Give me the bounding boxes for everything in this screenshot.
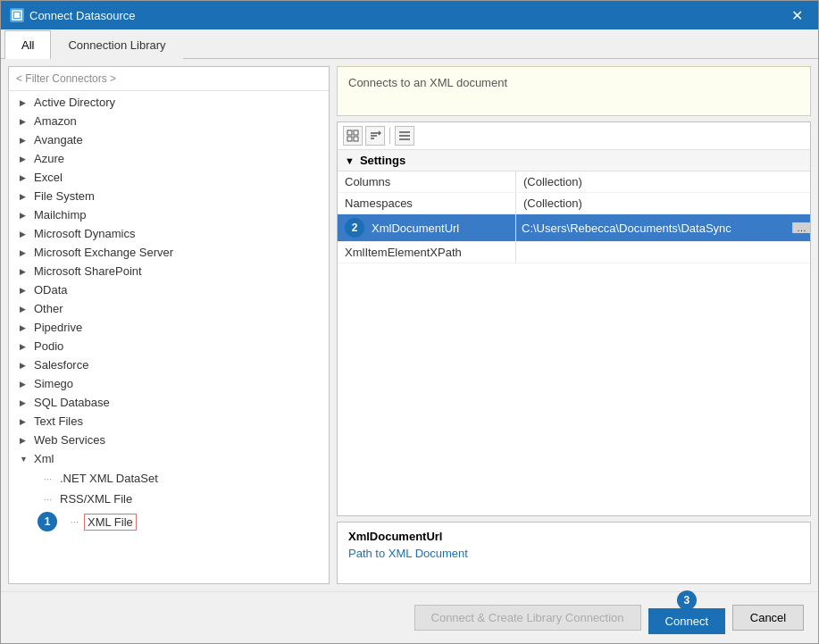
connector-label: Mailchimp [34,208,87,222]
expand-arrow: ▶ [20,305,29,314]
connector-item-sql-database[interactable]: ▶ SQL Database [9,393,329,412]
connector-label: OData [34,283,68,297]
tree-line: ··· [38,473,52,485]
dialog-icon [10,8,24,22]
sub-item-label: XML File [84,514,137,531]
step3-badge-wrapper: 3 Connect [648,601,725,634]
connector-label: Podio [34,339,63,353]
connector-label: Text Files [34,414,83,428]
connector-label: Simego [34,377,73,390]
connector-item-pipedrive[interactable]: ▶ Pipedrive [9,318,329,337]
property-info-box: XmlDocumentUrl Path to XML Document [337,522,811,584]
connect-datasource-dialog: Connect Datasource ✕ All Connection Libr… [0,0,819,644]
xml-url-text: C:\Users\Rebecca\Documents\DataSync [516,218,792,238]
settings-row-namespaces[interactable]: Namespaces (Collection) [338,193,810,214]
connector-label: Microsoft Exchange Server [34,246,173,259]
title-bar: Connect Datasource ✕ [1,1,818,29]
cancel-button[interactable]: Cancel [732,605,804,631]
tab-all[interactable]: All [4,30,51,59]
connector-item-azure[interactable]: ▶ Azure [9,149,329,168]
settings-table: ▼ Settings Columns (Collection) Namespac… [338,150,810,515]
browse-button[interactable]: … [792,222,810,233]
svg-rect-4 [347,137,352,141]
connector-item-microsoft-exchange-server[interactable]: ▶ Microsoft Exchange Server [9,243,329,262]
connect-button[interactable]: Connect [648,608,725,634]
expand-arrow: ▶ [20,155,29,163]
filter-connectors[interactable]: < Filter Connectors > [9,67,329,91]
expand-arrow: ▶ [20,267,29,276]
description-text: Connects to an XML document [348,76,507,89]
expand-arrow: ▶ [20,173,29,182]
connector-item-mailchimp[interactable]: ▶ Mailchimp [9,205,329,224]
settings-value-namespaces: (Collection) [516,193,810,213]
step1-badge: 1 [38,512,57,531]
tabs-bar: All Connection Library [1,29,818,59]
connector-item-odata[interactable]: ▶ OData [9,280,329,299]
expand-arrow: ▶ [20,436,29,445]
settings-row-columns[interactable]: Columns (Collection) [338,171,810,193]
connector-sub-item-xml-file[interactable]: 1 ··· XML File [9,509,329,534]
expand-arrow: ▶ [20,248,29,257]
connector-item-salesforce[interactable]: ▶ Salesforce [9,355,329,374]
settings-row-xmldocumenturl[interactable]: 2 XmlDocumentUrl C:\Users\Rebecca\Docume… [338,214,810,242]
settings-value-columns: (Collection) [516,171,810,192]
settings-section-label: Settings [360,154,405,167]
connector-item-simego[interactable]: ▶ Simego [9,374,329,393]
expand-arrow: ▶ [20,398,29,407]
connector-label: Microsoft Dynamics [34,227,135,240]
connector-item-avangate[interactable]: ▶ Avangate [9,130,329,149]
connector-label: Avangate [34,133,83,146]
connector-label: Amazon [34,114,77,128]
connector-item-excel[interactable]: ▶ Excel [9,168,329,187]
expand-arrow: ▶ [20,192,29,201]
connector-item-podio[interactable]: ▶ Podio [9,337,329,355]
svg-rect-2 [347,130,352,135]
toolbar-btn-grid[interactable] [343,126,363,146]
expand-arrow: ▶ [20,323,29,332]
connector-label: Excel [34,171,63,184]
toolbar-btn-sort[interactable] [365,126,385,146]
expand-arrow: ▶ [20,211,29,220]
connector-label: Active Directory [34,96,115,109]
settings-value-xmlitemelementxpath [516,242,810,263]
connector-item-xml[interactable]: ▼ Xml [9,449,329,468]
connect-create-library-button[interactable]: Connect & Create Library Connection [414,605,641,631]
settings-value-xmldocumenturl: C:\Users\Rebecca\Documents\DataSync … [516,214,810,241]
close-button[interactable]: ✕ [784,3,809,28]
connector-item-other[interactable]: ▶ Other [9,299,329,318]
connector-label: Other [34,302,63,315]
toolbar-btn-list[interactable] [395,126,414,146]
connector-item-microsoft-sharepoint[interactable]: ▶ Microsoft SharePoint [9,262,329,280]
settings-row-xmlitemelementxpath[interactable]: XmlItemElementXPath [338,242,810,263]
sub-item-label: .NET XML DataSet [57,471,161,486]
connector-item-microsoft-dynamics[interactable]: ▶ Microsoft Dynamics [9,224,329,243]
expand-arrow: ▼ [20,455,29,464]
connector-list: ▶ Active Directory ▶ Amazon ▶ Avangate ▶… [9,91,329,583]
expand-arrow: ▶ [20,230,29,238]
property-description: Path to XML Document [348,547,799,560]
connector-sub-item-rss-xml-file[interactable]: ··· RSS/XML File [9,489,329,509]
settings-section-header[interactable]: ▼ Settings [338,150,810,171]
connector-label: File System [34,189,95,203]
content-area: < Filter Connectors > ▶ Active Directory… [1,59,818,591]
connector-item-active-directory[interactable]: ▶ Active Directory [9,93,329,112]
expand-arrow: ▶ [20,417,29,426]
connector-item-amazon[interactable]: ▶ Amazon [9,112,329,130]
settings-key-xmlitemelementxpath: XmlItemElementXPath [338,242,516,263]
connector-item-file-system[interactable]: ▶ File System [9,187,329,205]
connector-label: Pipedrive [34,321,82,334]
tab-connection-library[interactable]: Connection Library [51,30,182,59]
step2-badge: 2 [345,218,364,238]
property-name: XmlDocumentUrl [348,530,799,543]
settings-panel: ▼ Settings Columns (Collection) Namespac… [337,121,811,516]
sub-item-label: RSS/XML File [57,491,135,506]
connector-item-text-files[interactable]: ▶ Text Files [9,412,329,431]
connector-label: SQL Database [34,396,110,409]
step3-badge: 3 [677,590,697,610]
expand-arrow: ▶ [20,342,29,351]
connector-label: Salesforce [34,358,88,372]
expand-arrow: ▶ [20,98,29,107]
connector-item-web-services[interactable]: ▶ Web Services [9,431,329,449]
settings-toolbar [338,122,810,150]
connector-sub-item-net-xml-dataset[interactable]: ··· .NET XML DataSet [9,468,329,489]
